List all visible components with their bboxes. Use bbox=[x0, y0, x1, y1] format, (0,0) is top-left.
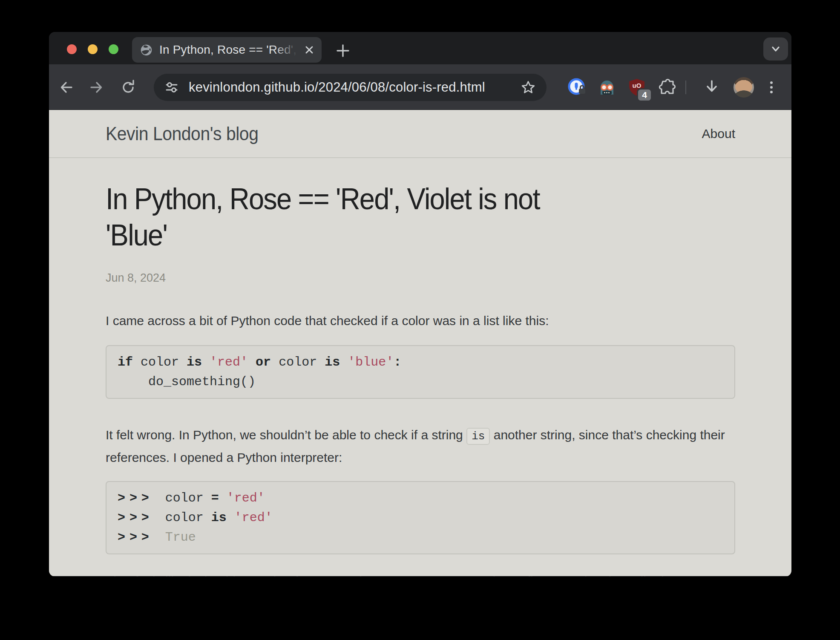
toolbar-divider bbox=[685, 81, 686, 94]
post-title: In Python, Rose == 'Red', Violet is not'… bbox=[106, 181, 691, 254]
site-title-link[interactable]: Kevin London's blog bbox=[106, 123, 258, 144]
back-arrow-icon bbox=[58, 79, 75, 95]
paragraph-explanation: It felt wrong. In Python, we shouldn’t b… bbox=[106, 424, 735, 468]
reload-button[interactable] bbox=[119, 78, 137, 96]
browser-window: In Python, Rose == 'Red', Viol bbox=[49, 32, 791, 577]
download-icon bbox=[703, 78, 721, 96]
bookmark-star-icon[interactable] bbox=[520, 79, 536, 95]
site-header: Kevin London's blog About bbox=[49, 110, 791, 158]
address-bar[interactable]: kevinlondon.github.io/2024/06/08/color-i… bbox=[154, 74, 547, 101]
window-zoom-button[interactable] bbox=[109, 44, 118, 54]
new-tab-button[interactable] bbox=[334, 41, 352, 60]
plus-icon bbox=[336, 43, 350, 58]
browser-toolbar: kevinlondon.github.io/2024/06/08/color-i… bbox=[49, 64, 791, 110]
ublock-badge: 4 bbox=[637, 88, 652, 102]
page-content: Kevin London's blog About In Python, Ros… bbox=[49, 110, 791, 576]
tab-close-icon[interactable] bbox=[304, 44, 315, 55]
extension-robot-button[interactable] bbox=[597, 77, 617, 98]
tab-search-button[interactable] bbox=[763, 37, 788, 61]
forward-arrow-icon bbox=[88, 79, 104, 95]
window-close-button[interactable] bbox=[67, 44, 77, 54]
extensions-menu-button[interactable] bbox=[656, 77, 677, 98]
globe-favicon-icon bbox=[140, 43, 153, 57]
password-manager-icon bbox=[567, 78, 587, 97]
forward-button[interactable] bbox=[87, 78, 105, 96]
tab-strip: In Python, Rose == 'Red', Viol bbox=[49, 32, 791, 64]
kebab-menu-icon bbox=[763, 79, 780, 96]
blog-article: In Python, Rose == 'Red', Violet is not'… bbox=[49, 181, 791, 577]
profile-avatar[interactable] bbox=[734, 77, 754, 98]
downloads-button[interactable] bbox=[702, 77, 722, 98]
extension-1password-button[interactable] bbox=[567, 77, 587, 98]
puzzle-piece-icon bbox=[657, 78, 676, 97]
inline-code-is: is bbox=[466, 428, 490, 445]
paragraph-conclusion: That feels like it shouldn’t work! After… bbox=[106, 571, 735, 577]
site-info-icon[interactable] bbox=[164, 80, 179, 95]
extension-ublock-button[interactable]: uO 4 bbox=[627, 77, 647, 98]
reload-icon bbox=[120, 79, 136, 95]
browser-menu-button[interactable] bbox=[761, 77, 782, 98]
url-text[interactable]: kevinlondon.github.io/2024/06/08/color-i… bbox=[189, 80, 520, 95]
browser-tab[interactable]: In Python, Rose == 'Red', Viol bbox=[132, 37, 322, 63]
window-controls bbox=[67, 44, 118, 54]
post-date: Jun 8, 2024 bbox=[106, 271, 735, 285]
goggles-robot-icon bbox=[597, 78, 617, 97]
back-button[interactable] bbox=[58, 78, 75, 96]
window-minimize-button[interactable] bbox=[88, 44, 98, 54]
code-block-python: if color is 'red' or color is 'blue': do… bbox=[106, 345, 735, 399]
code-block-interpreter: >>> color = 'red'>>> color is 'red'>>> T… bbox=[106, 481, 735, 554]
paragraph-intro: I came across a bit of Python code that … bbox=[106, 310, 735, 332]
nav-about-link[interactable]: About bbox=[702, 127, 735, 141]
chevron-down-icon bbox=[769, 43, 782, 55]
